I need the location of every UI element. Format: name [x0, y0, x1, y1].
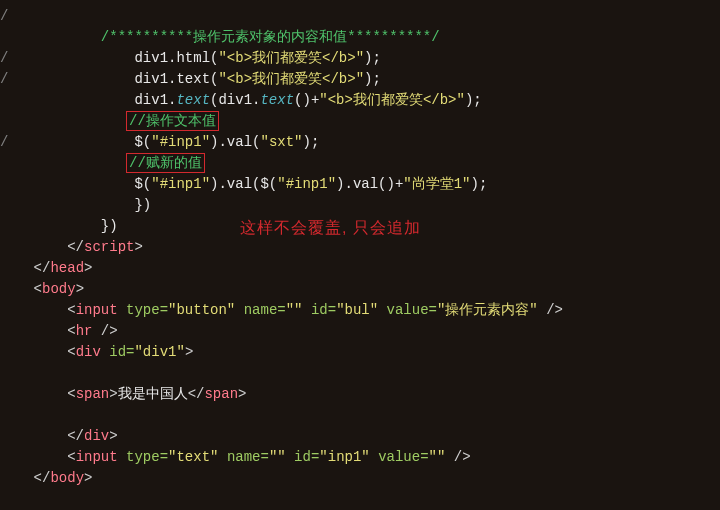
tag-bracket: </	[34, 260, 51, 276]
method-name: text	[176, 92, 210, 108]
tag-bracket: >	[185, 344, 193, 360]
annotation-text: 这样不会覆盖, 只会追加	[240, 218, 421, 239]
attr-value: "div1"	[134, 344, 184, 360]
tag-name: div	[76, 344, 101, 360]
attr-value: "button"	[168, 302, 235, 318]
tag-name: body	[42, 281, 76, 297]
code-token: })	[101, 218, 118, 234]
attr-value: ""	[286, 302, 303, 318]
code-token: div1.	[134, 92, 176, 108]
tag-bracket: />	[538, 302, 563, 318]
tag-bracket: <	[67, 344, 75, 360]
code-token: ).val($(	[210, 176, 277, 192]
attr-value: "操作元素内容"	[437, 302, 538, 318]
tag-bracket: >	[76, 281, 84, 297]
code-token: ()+	[294, 92, 319, 108]
attr-name: id=	[303, 302, 337, 318]
string-literal: "#inp1"	[151, 134, 210, 150]
tag-bracket: </	[67, 428, 84, 444]
tag-bracket: <	[67, 323, 75, 339]
tag-bracket: >	[238, 386, 246, 402]
block-comment: /**********操作元素对象的内容和值**********/	[101, 29, 440, 45]
code-token: );	[303, 134, 320, 150]
tag-bracket: >	[134, 239, 142, 255]
attr-name: type=	[118, 449, 168, 465]
line-comment: //操作文本值	[129, 113, 216, 129]
tag-name: input	[76, 302, 118, 318]
string-literal: "sxt"	[260, 134, 302, 150]
attr-name: value=	[370, 449, 429, 465]
highlight-box: //操作文本值	[126, 111, 219, 131]
code-token: );	[364, 50, 381, 66]
code-block: / /**********操作元素对象的内容和值**********/ / di…	[0, 0, 720, 489]
tag-bracket: >	[84, 470, 92, 486]
attr-name: type=	[118, 302, 168, 318]
tag-bracket: <	[67, 302, 75, 318]
code-editor-viewport: / /**********操作元素对象的内容和值**********/ / di…	[0, 0, 720, 510]
commented-slash: /	[0, 50, 8, 66]
tag-bracket: </	[34, 470, 51, 486]
attr-value: ""	[269, 449, 286, 465]
line-comment: //赋新的值	[129, 155, 202, 171]
code-token: div1.html(	[134, 50, 218, 66]
attr-value: "bul"	[336, 302, 378, 318]
tag-bracket: >	[84, 260, 92, 276]
code-token: );	[471, 176, 488, 192]
attr-name: id=	[101, 344, 135, 360]
code-token: (div1.	[210, 92, 260, 108]
attr-value: ""	[429, 449, 446, 465]
attr-name: name=	[218, 449, 268, 465]
commented-slash: /	[0, 8, 8, 24]
tag-name: span	[204, 386, 238, 402]
highlight-box: //赋新的值	[126, 153, 205, 173]
tag-name: head	[50, 260, 84, 276]
tag-name: body	[50, 470, 84, 486]
commented-slash: /	[0, 71, 8, 87]
tag-bracket: <	[67, 386, 75, 402]
tag-name: span	[76, 386, 110, 402]
tag-bracket: />	[445, 449, 470, 465]
string-literal: "尚学堂1"	[403, 176, 470, 192]
tag-bracket: <	[67, 449, 75, 465]
code-token: ).val()+	[336, 176, 403, 192]
tag-bracket: >	[109, 428, 117, 444]
attr-value: "inp1"	[319, 449, 369, 465]
code-token: );	[465, 92, 482, 108]
string-literal: "#inp1"	[277, 176, 336, 192]
tag-name: hr	[76, 323, 93, 339]
tag-bracket: <	[34, 281, 42, 297]
code-token: ).val(	[210, 134, 260, 150]
code-token: })	[134, 197, 151, 213]
code-token: );	[364, 71, 381, 87]
tag-bracket: >	[109, 386, 117, 402]
attr-value: "text"	[168, 449, 218, 465]
string-literal: "<b>我们都爱笑</b>"	[319, 92, 465, 108]
attr-name: id=	[286, 449, 320, 465]
commented-slash: /	[0, 134, 8, 150]
code-token: div1.text(	[134, 71, 218, 87]
method-name: text	[260, 92, 294, 108]
string-literal: "#inp1"	[151, 176, 210, 192]
string-literal: "<b>我们都爱笑</b>"	[218, 50, 364, 66]
tag-name: script	[84, 239, 134, 255]
tag-bracket: </	[67, 239, 84, 255]
code-token: $(	[134, 134, 151, 150]
tag-name: div	[84, 428, 109, 444]
attr-name: value=	[378, 302, 437, 318]
attr-name: name=	[235, 302, 285, 318]
code-token: $(	[134, 176, 151, 192]
string-literal: "<b>我们都爱笑</b>"	[218, 71, 364, 87]
tag-bracket: </	[188, 386, 205, 402]
tag-bracket: />	[92, 323, 117, 339]
tag-name: input	[76, 449, 118, 465]
text-node: 我是中国人	[118, 386, 188, 402]
